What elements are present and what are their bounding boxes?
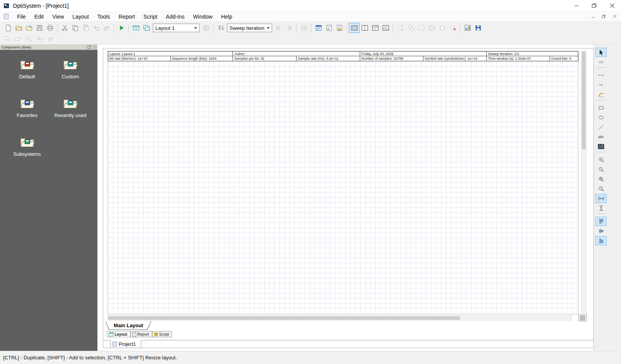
group-components-icon[interactable]	[24, 35, 34, 43]
main-layout-tab[interactable]: Main Layout	[106, 321, 151, 330]
report-page-icon[interactable]	[324, 23, 334, 33]
expand-subsystem-icon[interactable]	[416, 23, 427, 33]
new-file-icon[interactable]	[3, 23, 13, 33]
horizontal-scrollbar-thumb[interactable]	[108, 316, 460, 320]
menu-file[interactable]: File	[13, 12, 30, 21]
undo-icon[interactable]	[91, 23, 101, 33]
send-backward-icon[interactable]	[14, 35, 23, 43]
duplicate-layout-icon[interactable]	[141, 23, 152, 33]
header-cell-time-window: Time window (s): 1.024e-07	[487, 56, 550, 61]
zoom-in-tool[interactable]	[595, 155, 607, 164]
bring-forward-icon[interactable]	[3, 35, 12, 43]
open-file-icon[interactable]	[13, 23, 24, 33]
previous-iteration-icon[interactable]	[273, 23, 284, 33]
menu-view[interactable]: View	[48, 12, 68, 21]
iterations-table-icon[interactable]	[298, 23, 309, 33]
menu-layout[interactable]: Layout	[68, 12, 93, 21]
close-button[interactable]	[603, 0, 621, 12]
vertical-scrollbar-thumb[interactable]	[582, 52, 586, 149]
menu-script[interactable]: Script	[139, 12, 162, 21]
layout-editor-icon[interactable]	[313, 23, 324, 33]
sweep-order-icon[interactable]	[215, 23, 226, 33]
child-minimize-button[interactable]	[588, 13, 598, 20]
grid-snap-button[interactable]	[578, 315, 587, 321]
subsystem-ports-icon[interactable]	[437, 23, 448, 33]
connection-path-tool[interactable]	[595, 90, 607, 99]
report-tab-icon	[132, 332, 136, 336]
zoom-page-tool[interactable]	[595, 174, 607, 184]
view-script-pane-icon[interactable]	[380, 23, 391, 33]
import-file-icon[interactable]	[24, 23, 34, 33]
connection-arrow-tool[interactable]	[595, 80, 607, 90]
project-tab[interactable]: Project1	[110, 340, 141, 348]
view-split-vertical-icon[interactable]	[359, 23, 370, 33]
delete-layout-icon[interactable]	[201, 23, 211, 33]
vertical-scrollbar[interactable]	[581, 51, 586, 315]
place-image-tool[interactable]	[595, 142, 607, 151]
zoom-out-tool[interactable]	[595, 165, 607, 174]
library-item-subsystems[interactable]: Subsystems	[5, 136, 49, 157]
grip-handle-tool[interactable]	[595, 57, 607, 67]
layout-canvas[interactable]: Layout: Layout 1 Author: Friday, July 04…	[108, 51, 579, 315]
print-icon[interactable]	[45, 23, 55, 33]
save-monitor-data-icon[interactable]	[473, 23, 483, 33]
menu-tools[interactable]: Tools	[93, 12, 114, 21]
select-tool[interactable]	[595, 48, 607, 57]
copy-icon[interactable]	[70, 23, 80, 33]
tab-script[interactable]: Script	[152, 331, 172, 337]
library-item-favorites[interactable]: Favorites	[5, 97, 49, 118]
menu-help[interactable]: Help	[217, 12, 236, 21]
view-single-layout-icon[interactable]	[349, 23, 359, 33]
grip-icon	[598, 59, 604, 65]
view-report-pane-icon[interactable]	[370, 23, 380, 33]
library-item-recently-used[interactable]: Recently used	[49, 97, 92, 118]
paste-icon[interactable]	[80, 23, 91, 33]
library-item-custom[interactable]: Custom	[49, 59, 92, 79]
panel-dock-button[interactable]	[87, 45, 91, 49]
align-bottom-tool[interactable]	[595, 236, 607, 245]
redo-icon[interactable]	[101, 23, 112, 33]
save-icon[interactable]	[34, 23, 45, 33]
project-tab-label: Project1	[119, 342, 136, 347]
child-close-button[interactable]	[610, 13, 619, 20]
restore-button[interactable]	[585, 0, 603, 12]
insert-subsystem-icon[interactable]	[395, 23, 406, 33]
layout-combobox[interactable]: Layout 1	[153, 24, 199, 32]
library-item-default[interactable]: Default	[5, 59, 49, 79]
horizontal-fit-tool[interactable]	[595, 194, 607, 203]
align-middle-tool[interactable]	[595, 226, 607, 236]
align-top-tool[interactable]	[595, 217, 607, 226]
auto-connect-icon[interactable]	[46, 35, 56, 43]
tab-report[interactable]: Report	[130, 331, 152, 337]
zoom-selection-tool[interactable]	[595, 184, 607, 193]
menu-window[interactable]: Window	[189, 12, 217, 21]
place-text-tool[interactable]: abc	[595, 132, 607, 141]
tab-layout[interactable]: Layout	[107, 331, 130, 337]
script-page-icon[interactable]	[334, 23, 345, 33]
sweep-combobox[interactable]: Sweep Iteration	[227, 24, 272, 32]
draw-line-tool[interactable]	[595, 122, 607, 132]
draw-rectangle-tool[interactable]	[595, 103, 607, 112]
header-cell-samples-per-bit: Samples per bit: 32	[233, 56, 297, 61]
ungroup-components-icon[interactable]	[35, 35, 45, 43]
cut-icon[interactable]	[59, 23, 70, 33]
child-restore-button[interactable]	[599, 13, 609, 20]
calculate-run-icon[interactable]	[116, 23, 127, 33]
visualizer-library-icon[interactable]	[462, 23, 473, 33]
create-subsystem-icon[interactable]	[406, 23, 416, 33]
horizontal-fit-icon	[598, 195, 604, 202]
menu-addins[interactable]: Add-Ins	[161, 12, 189, 21]
menu-report[interactable]: Report	[114, 12, 139, 21]
next-iteration-icon[interactable]	[284, 23, 294, 33]
open-subsystem-icon[interactable]	[427, 23, 437, 33]
panel-close-button[interactable]	[92, 45, 97, 49]
new-layout-icon[interactable]	[131, 23, 141, 33]
minimize-button[interactable]	[567, 0, 585, 12]
break-subsystem-icon[interactable]	[448, 23, 458, 33]
menu-edit[interactable]: Edit	[30, 12, 48, 21]
vertical-fit-tool[interactable]	[595, 204, 607, 213]
layout-tools-toolbar	[0, 34, 621, 45]
draw-ellipse-tool[interactable]	[595, 113, 607, 122]
horizontal-scrollbar[interactable]	[108, 316, 572, 321]
line-segment-tool[interactable]	[595, 71, 607, 80]
